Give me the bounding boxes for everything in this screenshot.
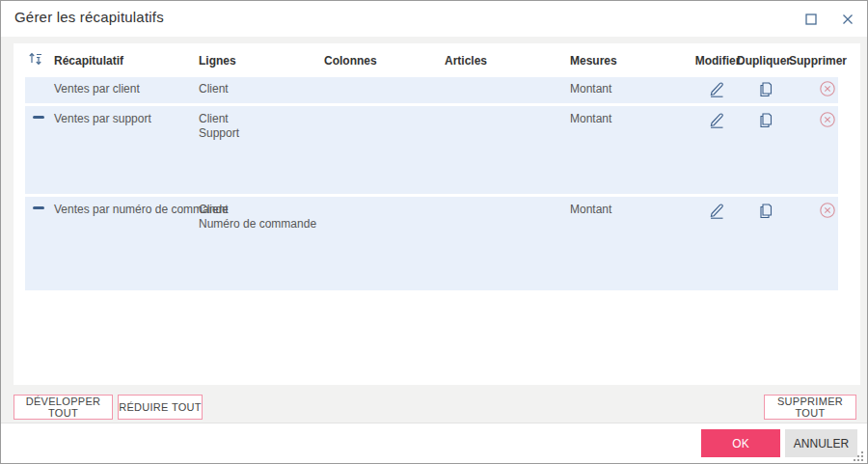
summary-name: Ventes par support <box>54 112 151 126</box>
mesures-value: Montant <box>570 82 611 96</box>
sort-arrows-icon[interactable] <box>27 50 44 68</box>
col-header-supprimer: Supprimer <box>789 54 847 68</box>
table-row[interactable]: Ventes par client Client Montant <box>25 77 838 103</box>
collapse-minus-icon[interactable] <box>33 116 44 119</box>
ok-button[interactable]: OK <box>701 429 780 457</box>
table-header: Récapitulatif Lignes Colonnes Articles M… <box>14 43 860 76</box>
lignes-value: Client Support <box>199 112 239 141</box>
pencil-icon[interactable] <box>706 78 727 99</box>
summary-name: Ventes par client <box>54 82 140 96</box>
dialog-window: Gérer les récapitulatifs Récapitulatif L… <box>0 0 868 464</box>
resize-grip[interactable] <box>853 449 864 460</box>
close-icon[interactable] <box>839 11 856 28</box>
circle-x-icon[interactable] <box>817 78 838 99</box>
collapse-minus-icon[interactable] <box>33 206 44 209</box>
dialog-title: Gérer les récapitulatifs <box>14 9 164 25</box>
lignes-value: Client Numéro de commande <box>199 203 316 232</box>
copy-icon[interactable] <box>756 78 777 99</box>
col-header-lignes: Lignes <box>199 54 236 68</box>
col-header-articles: Articles <box>445 54 487 68</box>
col-header-dupliquer: Dupliquer <box>737 54 791 68</box>
table-row[interactable]: Ventes par numéro de commande Client Num… <box>25 197 838 290</box>
table-row[interactable]: Ventes par support Client Support Montan… <box>25 106 838 194</box>
copy-icon[interactable] <box>756 109 777 130</box>
title-bar: Gérer les récapitulatifs <box>1 1 867 37</box>
circle-x-icon[interactable] <box>817 109 838 130</box>
col-header-colonnes: Colonnes <box>324 54 377 68</box>
pencil-icon[interactable] <box>706 109 727 130</box>
col-header-mesures: Mesures <box>570 54 617 68</box>
mesures-value: Montant <box>570 203 611 217</box>
maximize-icon[interactable] <box>802 11 820 28</box>
circle-x-icon[interactable] <box>817 200 838 221</box>
col-header-modifier: Modifier <box>695 54 741 68</box>
collapse-all-button[interactable]: RÉDUIRE TOUT <box>118 395 203 420</box>
summaries-table: Récapitulatif Lignes Colonnes Articles M… <box>14 43 860 385</box>
lignes-value: Client <box>199 82 229 96</box>
cancel-button[interactable]: ANNULER <box>785 429 857 457</box>
mesures-value: Montant <box>570 112 611 126</box>
delete-all-button[interactable]: SUPPRIMER TOUT <box>764 395 856 420</box>
copy-icon[interactable] <box>756 200 777 221</box>
col-header-recapitulatif: Récapitulatif <box>54 54 123 68</box>
pencil-icon[interactable] <box>706 200 727 221</box>
expand-all-button[interactable]: DÉVELOPPER TOUT <box>14 395 113 420</box>
